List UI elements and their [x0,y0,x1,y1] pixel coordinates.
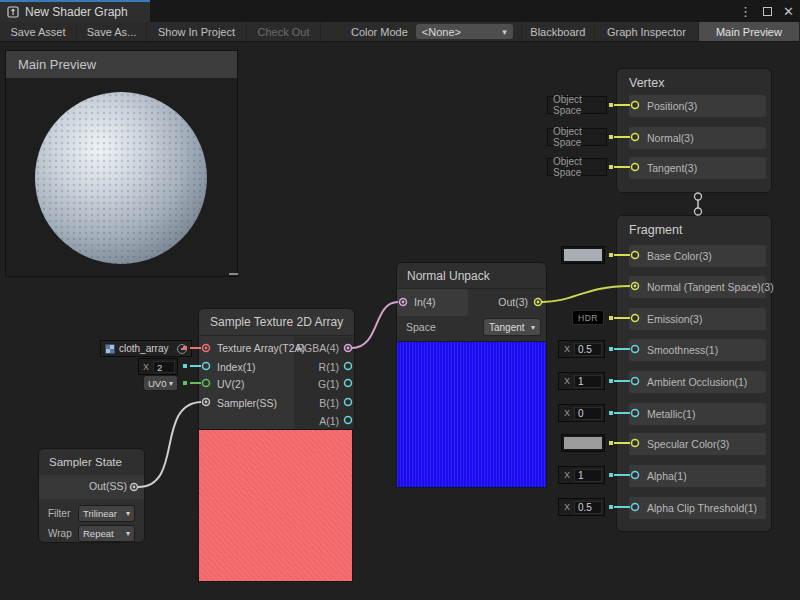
main-preview-panel: Main Preview [5,50,238,277]
stack-connector-bottom [695,208,702,215]
vertex-node[interactable]: Vertex Position(3) Normal(3) Tangent(3) [616,68,772,193]
color-swatch-fill [564,249,602,261]
uv-channel-dropdown[interactable]: UV0 ▾ [143,375,178,391]
binding-dot [609,347,613,351]
float-value[interactable]: 0 [574,407,602,420]
float-value[interactable]: 1 [574,469,602,482]
x-label: X [564,502,570,512]
x-label: X [564,344,570,354]
vertex-slot-position[interactable]: Position(3) [629,95,766,117]
fragment-slot-metallic[interactable]: Metallic(1) [629,403,766,425]
float-value[interactable]: 2 [153,361,175,373]
hdr-label: HDR [578,313,598,323]
main-preview-header[interactable]: Main Preview [6,51,237,78]
binding-dot [609,316,613,320]
main-preview-toggle-button[interactable]: Main Preview [699,22,800,41]
float-value[interactable]: 1 [574,375,602,388]
texture-array-icon [105,344,115,354]
out-ss-label: Out(SS) [89,480,127,492]
chevron-down-icon: ▾ [126,509,130,518]
fragment-slot-smoothness[interactable]: Smoothness(1) [629,339,766,361]
slot-label: Specular Color(3) [647,438,729,450]
float-value[interactable]: 0.5 [574,501,602,514]
smoothness-field[interactable]: X 0.5 [558,340,605,358]
metallic-field[interactable]: X 0 [558,404,605,422]
color-mode-dropdown[interactable]: <None> ▾ [416,24,513,39]
save-as-button[interactable]: Save As... [77,22,147,41]
object-field-value: cloth_array [119,343,168,354]
sample-node-header[interactable]: Sample Texture 2D Array [199,309,354,336]
cloth-array-object-field[interactable]: cloth_array [100,340,192,357]
specular-color-swatch[interactable] [561,434,605,452]
normal-unpack-preview[interactable] [396,342,547,488]
edge-samplerstate-to-sampler[interactable] [138,402,201,487]
slot-label: Position(3) [647,100,697,112]
wrap-dropdown[interactable]: Repeat ▾ [78,525,135,542]
position-space-binding[interactable]: Object Space [547,96,607,114]
graph-inspector-toggle-button[interactable]: Graph Inspector [595,22,699,41]
stack-connector-top [695,193,702,200]
check-out-button[interactable]: Check Out [247,22,321,41]
slot-label: Normal(3) [647,132,694,144]
output-g-label: G(1) [293,378,339,390]
tab-new-shader-graph[interactable]: New Shader Graph [0,0,150,22]
x-label: X [564,408,570,418]
fragment-slot-alpha[interactable]: Alpha(1) [629,465,766,487]
base-color-swatch[interactable] [561,246,605,264]
fragment-slot-specular-color[interactable]: Specular Color(3) [629,433,766,455]
alpha-field[interactable]: X 1 [558,466,605,484]
close-icon[interactable]: ✕ [783,5,794,18]
slot-label: Tangent(3) [647,162,697,174]
index-field[interactable]: X 2 [138,358,178,375]
normal-space-binding[interactable]: Object Space [547,128,607,146]
fragment-slot-ambient-occlusion[interactable]: Ambient Occlusion(1) [629,371,766,393]
alpha-clip-threshold-field[interactable]: X 0.5 [558,498,605,516]
emission-hdr-field[interactable]: HDR [572,310,604,325]
normal-unpack-node[interactable]: Normal Unpack In(4) Out(3) Space Tangent… [396,262,547,342]
slot-label: Base Color(3) [647,250,712,262]
save-asset-button[interactable]: Save Asset [0,22,77,41]
sample-texture-preview[interactable] [198,430,353,582]
slot-label: Metallic(1) [647,408,695,420]
edge-rgba-to-in[interactable] [352,302,398,348]
binding-dot [609,135,613,139]
binding-dot [609,411,613,415]
object-picker-icon[interactable] [177,344,187,354]
sampler-state-node[interactable]: Sampler State Out(SS) Filter Trilinear ▾… [38,448,145,543]
space-dropdown[interactable]: Tangent ▾ [483,318,541,336]
binding-dot [609,379,613,383]
input-sampler-label: Sampler(SS) [217,397,277,409]
maximize-icon[interactable] [763,7,772,16]
binding-dot [609,165,613,169]
tangent-space-binding[interactable]: Object Space [547,158,607,176]
binding-dot [609,441,613,445]
sampler-state-out-row: Out(SS) [39,475,144,499]
vertex-slot-normal[interactable]: Normal(3) [629,127,766,149]
sampler-state-header[interactable]: Sampler State [39,449,144,474]
color-swatch-fill [564,437,602,449]
fragment-slot-base-color[interactable]: Base Color(3) [629,245,766,267]
shader-graph-icon [7,6,19,18]
color-mode-value: <None> [422,26,461,38]
ambient-occlusion-field[interactable]: X 1 [558,372,605,390]
vertex-slot-tangent[interactable]: Tangent(3) [629,157,766,179]
slot-label: Ambient Occlusion(1) [647,376,747,388]
sample-texture-2d-array-node[interactable]: Sample Texture 2D Array Texture Array(T2… [198,308,355,430]
fragment-slot-emission[interactable]: Emission(3) [629,308,766,330]
fragment-slot-alpha-clip-threshold[interactable]: Alpha Clip Threshold(1) [629,497,766,519]
window-titlebar: New Shader Graph ⋮ ✕ [0,0,800,22]
normal-unpack-header[interactable]: Normal Unpack [397,263,546,289]
binding-label: Object Space [553,126,606,148]
fragment-slot-normal-tangent-space[interactable]: Normal (Tangent Space)(3) [629,276,766,298]
preview-resize-handle[interactable] [229,273,238,275]
fragment-node[interactable]: Fragment Base Color(3) Normal (Tangent S… [616,215,772,532]
chevron-down-icon: ▾ [126,529,130,538]
output-a-label: A(1) [293,415,339,427]
blackboard-toggle-button[interactable]: Blackboard [521,22,595,41]
menu-dots-icon[interactable]: ⋮ [739,5,752,18]
filter-dropdown[interactable]: Trilinear ▾ [78,505,135,522]
float-value[interactable]: 0.5 [574,343,602,356]
shader-preview-sphere[interactable] [35,92,207,264]
show-in-project-button[interactable]: Show In Project [147,22,247,41]
chevron-down-icon: ▾ [502,27,507,37]
